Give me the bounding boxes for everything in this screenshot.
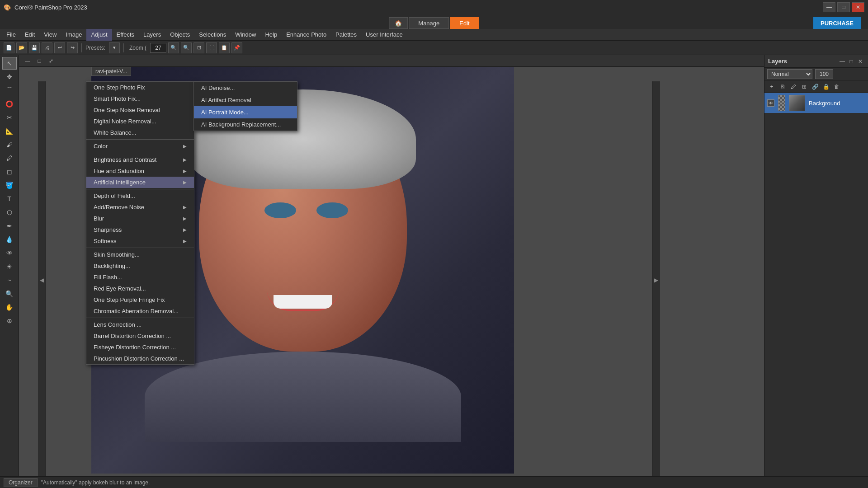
menu-item-blur[interactable]: Blur ▶: [86, 213, 194, 224]
layers-panel-close[interactable]: ✕: [856, 57, 864, 66]
menu-objects[interactable]: Objects: [165, 29, 194, 41]
lock-layer-button[interactable]: 🔒: [821, 82, 830, 91]
menu-user-interface[interactable]: User Interface: [361, 29, 407, 41]
menu-item-chromatic-aberration[interactable]: Chromatic Aberration Removal...: [86, 305, 194, 317]
menu-item-add-remove-noise[interactable]: Add/Remove Noise ▶: [86, 202, 194, 213]
menu-file[interactable]: File: [2, 29, 20, 41]
layer-item-background[interactable]: 👁 Background: [764, 93, 868, 113]
purchase-button[interactable]: PURCHASE: [813, 17, 861, 29]
tool-add[interactable]: ⊕: [2, 314, 17, 327]
home-button[interactable]: 🏠: [389, 17, 408, 29]
menu-item-one-step-noise-removal[interactable]: One Step Noise Removal: [86, 104, 194, 116]
close-button[interactable]: ✕: [852, 2, 864, 12]
menu-item-fill-flash[interactable]: Fill Flash...: [86, 272, 194, 283]
menu-layers[interactable]: Layers: [139, 29, 165, 41]
link-layer-button[interactable]: 🔗: [811, 82, 820, 91]
menu-item-color[interactable]: Color ▶: [86, 141, 194, 152]
tool-clone[interactable]: 🖌: [2, 138, 17, 151]
menu-item-red-eye-removal[interactable]: Red Eye Removal...: [86, 283, 194, 294]
tool-freehand[interactable]: ⌒: [2, 84, 17, 97]
organizer-button[interactable]: Organizer: [4, 478, 38, 487]
fullscreen-button[interactable]: ⛶: [206, 42, 217, 53]
menu-item-smart-photo-fix[interactable]: Smart Photo Fix...: [86, 93, 194, 104]
menu-item-lens-correction[interactable]: Lens Correction ...: [86, 319, 194, 330]
layer-eye-icon[interactable]: 👁: [767, 99, 774, 107]
tool-zoom[interactable]: 🔍: [2, 287, 17, 300]
layer-properties-button[interactable]: 🖊: [789, 82, 798, 91]
menu-item-depth-of-field[interactable]: Depth of Field...: [86, 190, 194, 202]
menu-item-digital-noise-removal[interactable]: Digital Noise Removal...: [86, 116, 194, 127]
menu-palettes[interactable]: Palettes: [331, 29, 361, 41]
tool-select[interactable]: ↖: [2, 57, 17, 70]
new-file-button[interactable]: 📄: [4, 42, 14, 53]
menu-item-brightness-contrast[interactable]: Brightness and Contrast ▶: [86, 154, 194, 165]
left-nav-arrow[interactable]: ◀: [38, 81, 46, 479]
menu-view[interactable]: View: [39, 29, 61, 41]
menu-edit[interactable]: Edit: [20, 29, 39, 41]
tool-eraser[interactable]: ◻: [2, 165, 17, 178]
maximize-button[interactable]: □: [837, 2, 850, 12]
redo-button[interactable]: ↪: [67, 42, 78, 53]
canvas-restore[interactable]: □: [34, 56, 44, 66]
save-file-button[interactable]: 💾: [29, 42, 40, 53]
menu-item-sharpness[interactable]: Sharpness ▶: [86, 224, 194, 235]
undo-button[interactable]: ↩: [54, 42, 65, 53]
submenu-ai-portrait-mode[interactable]: AI Portrait Mode...: [194, 106, 297, 118]
fit-window-button[interactable]: ⊡: [193, 42, 204, 53]
zoom-in-button[interactable]: 🔍: [181, 42, 192, 53]
tool-lasso[interactable]: ⭕: [2, 98, 17, 110]
submenu-ai-artifact-removal[interactable]: AI Artifact Removal: [194, 94, 297, 106]
merge-layer-button[interactable]: ⊞: [800, 82, 809, 91]
menu-item-artificial-intelligence[interactable]: Artificial Intelligence ▶: [86, 177, 194, 188]
submenu-ai-denoise[interactable]: AI Denoise...: [194, 82, 297, 94]
paste-button[interactable]: 📌: [231, 42, 242, 53]
menu-item-white-balance[interactable]: White Balance...: [86, 127, 194, 138]
tool-fill[interactable]: 🪣: [2, 179, 17, 192]
tool-smudge[interactable]: ~: [2, 274, 17, 286]
tool-dodge[interactable]: ☀: [2, 260, 17, 273]
duplicate-layer-button[interactable]: ⎘: [778, 82, 787, 91]
file-tab[interactable]: ravi-patel-V...: [91, 67, 131, 76]
menu-item-backlighting[interactable]: Backlighting...: [86, 260, 194, 272]
tool-redeye[interactable]: 👁: [2, 247, 17, 259]
edit-button[interactable]: Edit: [450, 17, 479, 29]
menu-help[interactable]: Help: [260, 29, 282, 41]
menu-item-pincushion-distortion[interactable]: Pincushion Distortion Correction ...: [86, 353, 194, 364]
menu-item-barrel-distortion[interactable]: Barrel Distortion Correction ...: [86, 330, 194, 342]
menu-image[interactable]: Image: [61, 29, 86, 41]
right-nav-arrow[interactable]: ▶: [652, 81, 660, 479]
menu-enhance-photo[interactable]: Enhance Photo: [282, 29, 331, 41]
opacity-input[interactable]: [815, 69, 833, 79]
menu-adjust[interactable]: Adjust: [86, 29, 112, 41]
tool-brush[interactable]: 🖊: [2, 152, 17, 164]
open-file-button[interactable]: 📂: [16, 42, 27, 53]
tool-move[interactable]: ✥: [2, 70, 17, 83]
new-layer-button[interactable]: +: [767, 82, 776, 91]
zoom-out-button[interactable]: 🔍: [168, 42, 179, 53]
menu-item-one-step-purple-fringe[interactable]: One Step Purple Fringe Fix: [86, 294, 194, 305]
tool-eyedropper[interactable]: 💧: [2, 233, 17, 246]
tool-pen[interactable]: ✒: [2, 220, 17, 232]
copy-button[interactable]: 📋: [219, 42, 230, 53]
canvas-maximize[interactable]: ⤢: [46, 56, 56, 66]
tool-crop[interactable]: ✂: [2, 111, 17, 124]
layers-panel-maximize[interactable]: □: [847, 57, 855, 66]
tool-shape[interactable]: ⬡: [2, 206, 17, 219]
delete-layer-button[interactable]: 🗑: [832, 82, 841, 91]
menu-item-skin-smoothing[interactable]: Skin Smoothing...: [86, 249, 194, 260]
tool-text[interactable]: T: [2, 192, 17, 205]
menu-window[interactable]: Window: [231, 29, 260, 41]
menu-item-one-step-photo-fix[interactable]: One Step Photo Fix: [86, 82, 194, 93]
menu-item-softness[interactable]: Softness ▶: [86, 235, 194, 247]
menu-item-hue-saturation[interactable]: Hue and Saturation ▶: [86, 165, 194, 177]
layers-panel-minimize[interactable]: —: [838, 57, 846, 66]
canvas-minimize[interactable]: —: [23, 56, 33, 66]
menu-selections[interactable]: Selections: [194, 29, 231, 41]
menu-item-fisheye-distortion[interactable]: Fisheye Distortion Correction ...: [86, 342, 194, 353]
zoom-input[interactable]: [150, 43, 166, 53]
blend-mode-select[interactable]: Normal Multiply Screen: [767, 69, 812, 79]
preset-select-button[interactable]: ▾: [109, 42, 120, 53]
print-button[interactable]: 🖨: [42, 42, 52, 53]
minimize-button[interactable]: —: [823, 2, 835, 12]
submenu-ai-background-replacement[interactable]: AI Background Replacement...: [194, 118, 297, 131]
